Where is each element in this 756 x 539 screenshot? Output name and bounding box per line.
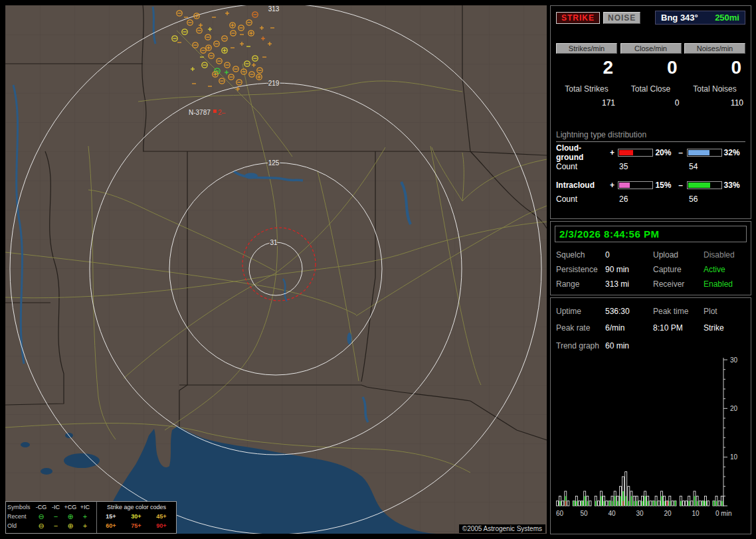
squelch-label: Squelch [556,250,605,260]
trend-graph-label: Trend graph [556,341,605,350]
status-panel: STRIKE NOISE Bng 343° 250mi Strikes/min … [550,5,751,534]
map-canvas[interactable]: 313 219 125 31 N-3787 2– [5,5,547,534]
uptime-label: Uptime [556,307,605,316]
track-id: N-3787 [189,109,211,116]
peak-time-value: 8:10 PM [653,323,704,333]
strikes-per-min-value: 2 [556,57,617,78]
total-close-label: Total Close [620,84,682,94]
legend-age-row: 15+30+45+ [98,512,175,521]
legend-symbol: ⊖ [34,522,48,529]
ring-label-219: 219 [268,80,280,87]
range-value: 313 mi [605,279,653,289]
svg-text:40: 40 [608,510,616,517]
ic-neg-count: 56 [689,194,698,204]
strikes-per-min-button[interactable]: Strikes/min [556,43,617,54]
total-strikes-label: Total Strikes [556,84,617,94]
noises-per-min-counter: Noises/min 0 Total Noises 110 [684,43,745,108]
plus-sign: + [609,148,616,157]
cg-pos-bar [618,149,653,157]
strike-indicator-button[interactable]: STRIKE [556,12,600,24]
noises-per-min-value: 0 [684,57,745,78]
settings-section: 2/3/2026 8:44:56 PM Squelch 0 Upload Dis… [550,221,751,295]
intracloud-row: Intracloud + 15% – 33% [556,180,745,191]
trend-section: Uptime 536:30 Peak time Plot Peak rate 6… [550,297,751,534]
svg-text:50: 50 [580,510,588,517]
plus-sign: + [609,181,616,190]
ic-pos-count: 26 [619,194,689,204]
intracloud-label: Intracloud [556,181,609,190]
ring-label-313: 313 [268,5,280,13]
counters-section: STRIKE NOISE Bng 343° 250mi Strikes/min … [550,5,751,219]
trend-window-value: 60 min [605,341,745,350]
legend-symbols-header: Symbols [7,504,34,510]
noises-per-min-button[interactable]: Noises/min [684,43,745,54]
legend-col-icneg: -IC [48,504,63,510]
legend-symbol: − [48,513,63,520]
svg-text:20: 20 [730,405,738,412]
legend-age-codes: Strike age color codes 15+30+45+60+75+90… [97,502,176,533]
ring-label-31: 31 [270,239,278,246]
legend-symbol: ⊕ [63,522,78,529]
bearing-display: Bng 343° 250mi [655,11,745,25]
track-marker [213,110,217,113]
ic-neg-bar [687,181,722,189]
storm-track-label: N-3787 2– [189,109,226,116]
lightning-map[interactable]: 313 219 125 31 N-3787 2– Symbols -CG -IC… [5,5,547,534]
ic-pos-pct: 15% [655,181,676,190]
plot-value: Strike [704,323,745,333]
svg-text:30: 30 [730,356,738,364]
upload-label: Upload [653,250,704,260]
legend-col-cgneg: -CG [34,504,48,510]
plot-label: Plot [704,307,745,316]
cg-neg-pct: 32% [724,148,745,157]
uptime-value: 536:30 [605,307,653,316]
legend-col-cgpos: +CG [63,504,78,510]
capture-label: Capture [653,265,704,274]
persistence-label: Persistence [556,265,605,274]
peak-rate-value: 6/min [605,323,653,333]
age-code: 45+ [149,513,174,520]
receiver-label: Receiver [653,279,704,289]
ic-neg-pct: 33% [724,181,745,190]
track-suffix: 2– [218,109,226,116]
legend-age-rows: 15+30+45+60+75+90+ [98,512,175,530]
cg-pos-count: 35 [619,162,689,171]
datetime-display: 2/3/2026 8:44:56 PM [555,226,747,242]
trend-bars [556,472,723,506]
receiver-value: Enabled [704,279,745,289]
cg-neg-count: 54 [689,162,698,171]
svg-text:10: 10 [692,510,700,517]
age-code: 75+ [124,522,149,529]
cg-pos-pct: 20% [655,148,676,157]
trend-axis-labels: 3020106050403020100 min [556,356,738,518]
svg-text:60: 60 [556,510,564,517]
peak-time-label: Peak time [653,307,704,316]
legend-age-row: 60+75+90+ [98,521,175,530]
ic-pos-bar [618,181,653,189]
svg-text:20: 20 [664,510,672,517]
close-per-min-button[interactable]: Close/min [620,43,682,54]
bearing-range: 250mi [715,13,739,23]
total-strikes-value: 171 [556,98,617,108]
legend-col-icpos: +IC [78,504,92,510]
ring-label-125: 125 [268,159,280,167]
age-code: 15+ [98,513,124,520]
age-code: 30+ [124,513,149,520]
svg-text:10: 10 [730,453,738,461]
legend-symbol: + [78,513,92,520]
squelch-value: 0 [605,250,653,260]
age-code: 60+ [98,522,124,529]
legend-symbols: Symbols -CG -IC +CG +IC Recent⊖−⊕+Old⊖−⊕… [6,502,97,533]
total-noises-value: 110 [684,98,745,108]
trend-axis-ticks [723,360,727,506]
cloud-ground-count-row: Count 35 54 [556,162,745,171]
symbol-legend: Symbols -CG -IC +CG +IC Recent⊖−⊕+Old⊖−⊕… [5,501,177,534]
legend-symbol: + [78,522,92,529]
legend-symbol: ⊕ [63,513,78,520]
total-close-value: 0 [620,98,682,108]
range-label: Range [556,279,605,289]
cg-neg-bar [687,149,722,157]
legend-row-old: Old⊖−⊕+ [7,521,95,530]
legend-symbol-rows: Recent⊖−⊕+Old⊖−⊕+ [7,512,95,530]
noise-indicator-button[interactable]: NOISE [603,12,640,24]
